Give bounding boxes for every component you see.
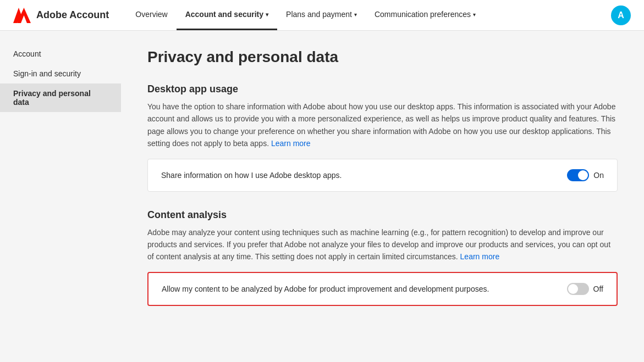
- desktop-toggle-right: On: [567, 169, 604, 181]
- section-content-analysis: Content analysis Adobe may analyze your …: [147, 209, 618, 306]
- content-toggle-switch[interactable]: [567, 283, 589, 295]
- section-desktop-desc: You have the option to share information…: [147, 101, 618, 150]
- section-desktop-title: Desktop app usage: [147, 83, 618, 95]
- desktop-toggle-status: On: [593, 171, 604, 180]
- adobe-logo[interactable]: Adobe Account: [13, 8, 109, 23]
- nav-overview[interactable]: Overview: [126, 0, 176, 30]
- content-toggle-thumb: [568, 284, 578, 294]
- desktop-toggle-card: Share information on how I use Adobe des…: [147, 159, 618, 192]
- main-content: Privacy and personal data Desktop app us…: [121, 31, 644, 362]
- desktop-toggle-label: Share information on how I use Adobe des…: [161, 171, 342, 180]
- content-toggle-card: Allow my content to be analyzed by Adobe…: [147, 272, 618, 306]
- section-content-desc: Adobe may analyze your content using tec…: [147, 226, 618, 263]
- sidebar-item-signin-security[interactable]: Sign-in and security: [0, 64, 121, 83]
- top-nav: Adobe Account Overview Account and secur…: [0, 0, 644, 31]
- page-title: Privacy and personal data: [147, 48, 618, 66]
- page-layout: Account Sign-in and security Privacy and…: [0, 31, 644, 362]
- sidebar: Account Sign-in and security Privacy and…: [0, 31, 121, 362]
- nav-items: Overview Account and security ▾ Plans an…: [126, 0, 611, 30]
- chevron-down-icon: ▾: [266, 12, 268, 18]
- nav-account-security[interactable]: Account and security ▾: [177, 0, 277, 30]
- sidebar-item-privacy[interactable]: Privacy and personal data: [0, 83, 121, 112]
- nav-plans-payment[interactable]: Plans and payment ▾: [277, 0, 366, 30]
- desktop-toggle-switch[interactable]: [567, 169, 589, 181]
- nav-communication[interactable]: Communication preferences ▾: [366, 0, 485, 30]
- avatar[interactable]: A: [611, 5, 631, 25]
- brand-name: Adobe Account: [36, 9, 109, 21]
- content-toggle-right: Off: [567, 283, 603, 295]
- adobe-logo-icon: [13, 8, 31, 23]
- sidebar-item-account[interactable]: Account: [0, 44, 121, 64]
- chevron-down-icon: ▾: [354, 12, 357, 18]
- section-content-title: Content analysis: [147, 209, 618, 221]
- desktop-learn-more-link[interactable]: Learn more: [271, 139, 311, 148]
- content-toggle-status: Off: [593, 285, 603, 293]
- chevron-down-icon: ▾: [473, 12, 476, 18]
- content-toggle-label: Allow my content to be analyzed by Adobe…: [162, 285, 489, 293]
- desktop-toggle-thumb: [578, 170, 588, 180]
- section-desktop-app-usage: Desktop app usage You have the option to…: [147, 83, 618, 192]
- content-learn-more-link[interactable]: Learn more: [460, 252, 500, 261]
